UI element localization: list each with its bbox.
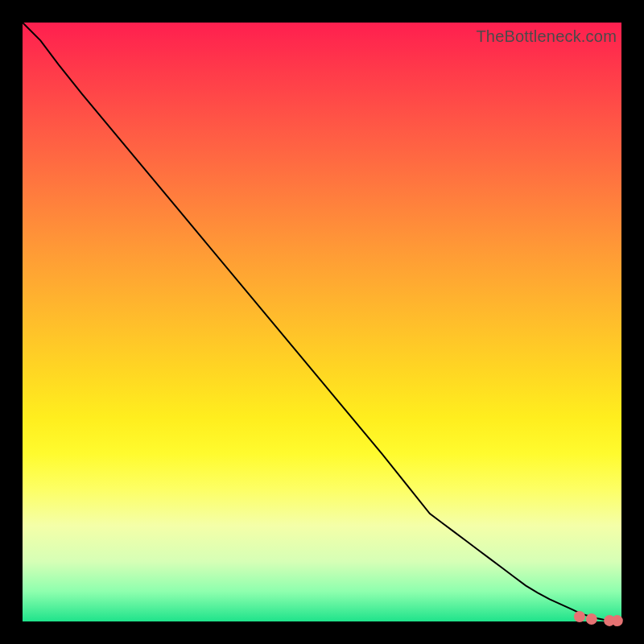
plot-area: TheBottleneck.com <box>23 23 621 621</box>
highlight-point <box>586 613 597 625</box>
highlight-point <box>612 615 623 626</box>
chart-frame: TheBottleneck.com <box>0 0 644 644</box>
highlight-segment <box>529 590 547 601</box>
highlight-segment <box>498 569 522 586</box>
highlight-point <box>574 611 585 622</box>
highlight-segment <box>472 547 496 566</box>
highlight-markers <box>415 494 622 626</box>
chart-overlay <box>23 23 621 621</box>
bottleneck-curve <box>23 23 618 621</box>
